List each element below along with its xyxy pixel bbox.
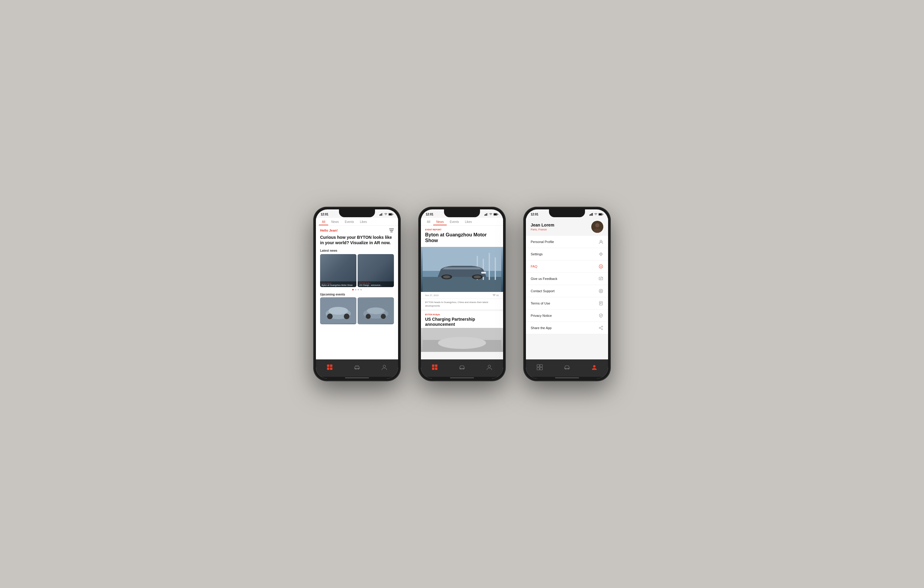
svg-point-17 (367, 307, 385, 314)
feedback-icon (599, 276, 603, 281)
nav-grid-3[interactable] (526, 362, 553, 373)
contact-support-label: Contact Support (531, 289, 555, 293)
user-location: Paris, France (531, 228, 554, 231)
svg-rect-56 (589, 215, 590, 216)
tab-all-2[interactable]: All (424, 218, 433, 225)
article1-car-svg (421, 247, 503, 292)
content-2: Event Report Byton at Guangzhou Motor Sh… (421, 226, 503, 359)
svg-point-93 (593, 365, 596, 368)
tab-all-1[interactable]: All (319, 218, 328, 225)
signal-icon-3 (589, 213, 593, 216)
news-card-1[interactable]: Event report Byton at Guangzhou Motor Sh… (320, 254, 356, 287)
nav-tabs-2: All News Events Likes (421, 218, 503, 226)
event-card-2[interactable] (358, 297, 394, 324)
svg-rect-61 (599, 214, 602, 215)
event-car-2 (358, 297, 394, 324)
article1-date: Nov 27, 2019 (425, 294, 439, 297)
tab-news-1[interactable]: News (328, 218, 342, 225)
menu-item-terms[interactable]: Terms of Use (526, 297, 608, 310)
svg-rect-8 (390, 230, 393, 231)
nav-tabs-1: All News Events Likes (316, 218, 398, 226)
article1-title: Byton at Guangzhou Motor Show (421, 231, 503, 246)
svg-rect-59 (592, 213, 593, 216)
svg-point-64 (595, 223, 599, 227)
tab-likes-2[interactable]: Likes (462, 218, 475, 225)
nav-car-1[interactable] (343, 362, 371, 373)
svg-rect-40 (495, 258, 496, 280)
content-3: Jean Lorem Paris, France Persona (526, 218, 608, 359)
menu-item-share[interactable]: Share the App (526, 322, 608, 334)
article2-title: US Charging Partnership announcement (421, 316, 503, 328)
grid-icon-1 (327, 364, 333, 370)
svg-rect-29 (486, 213, 487, 216)
time-2: 12:01 (426, 213, 434, 216)
tab-news-2[interactable]: News (433, 218, 447, 225)
svg-rect-88 (540, 365, 543, 367)
menu-item-settings[interactable]: Settings (526, 248, 608, 260)
news-cards: Event report Byton at Guangzhou Motor Sh… (316, 254, 398, 287)
events-cards (316, 297, 398, 324)
user-header: Jean Lorem Paris, France (526, 218, 608, 236)
status-icons-2 (485, 213, 498, 216)
bottom-nav-2 (421, 359, 503, 377)
feedback-label: Give us Feedback (531, 277, 558, 281)
battery-icon-3 (599, 213, 603, 216)
tab-likes-1[interactable]: Likes (357, 218, 370, 225)
svg-rect-20 (327, 365, 329, 367)
status-icons-1 (380, 213, 393, 216)
home-bar-3 (555, 377, 579, 378)
phone1: 12:01 (314, 207, 401, 381)
svg-rect-39 (489, 253, 490, 280)
event-car-1 (320, 297, 356, 324)
notch3 (549, 210, 585, 217)
share-label: Share the App (531, 326, 552, 330)
news-card-2[interactable]: BYTON M-By... US Chargi... announce... (358, 254, 394, 287)
menu-item-personal-profile[interactable]: Personal Profile (526, 236, 608, 248)
nav-car-2[interactable] (448, 362, 475, 373)
notch1 (339, 210, 375, 217)
svg-rect-21 (330, 365, 332, 367)
menu-item-privacy[interactable]: Privacy Notice (526, 310, 608, 322)
svg-point-48 (438, 337, 486, 349)
nav-profile-1[interactable] (371, 362, 398, 373)
svg-rect-5 (389, 214, 392, 215)
phone3: 12:01 (523, 207, 610, 381)
menu-item-feedback[interactable]: Give us Feedback (526, 273, 608, 285)
nav-profile-3[interactable] (581, 362, 608, 373)
tab-events-1[interactable]: Events (342, 218, 357, 225)
content-1: Hello Jean! Curious how your BYTON looks… (316, 226, 398, 359)
svg-point-26 (383, 365, 386, 368)
svg-rect-62 (603, 214, 603, 215)
nav-grid-2[interactable] (421, 362, 448, 373)
nav-profile-2[interactable] (476, 362, 503, 373)
nav-car-3[interactable] (553, 362, 581, 373)
terms-icon (599, 301, 603, 306)
personal-profile-label: Personal Profile (531, 240, 554, 244)
article1-likes: 81 (493, 294, 499, 297)
svg-rect-87 (537, 365, 540, 367)
svg-rect-89 (537, 368, 540, 370)
svg-rect-2 (381, 213, 382, 216)
svg-rect-45 (481, 272, 486, 274)
svg-rect-58 (591, 213, 592, 216)
filter-icon[interactable] (389, 229, 394, 232)
card1-label: Event report Byton at Guangzhou Motor Sh… (320, 281, 356, 287)
svg-point-43 (443, 276, 450, 278)
privacy-icon (599, 313, 603, 318)
svg-rect-30 (487, 213, 488, 216)
svg-rect-32 (494, 214, 497, 215)
user-name: Jean Lorem (531, 223, 554, 227)
nav-grid-1[interactable] (316, 362, 343, 373)
carousel-dots (316, 287, 398, 292)
signal-icon (380, 213, 383, 216)
user-info: Jean Lorem Paris, France (531, 223, 554, 231)
home-indicator-2 (421, 377, 503, 378)
svg-point-19 (381, 314, 386, 319)
menu-item-contact-support[interactable]: Contact Support (526, 285, 608, 297)
svg-rect-52 (435, 368, 437, 370)
svg-rect-9 (390, 231, 393, 232)
tab-events-2[interactable]: Events (447, 218, 462, 225)
menu-item-faq[interactable]: FAQ ? (526, 260, 608, 273)
filter-svg (389, 229, 394, 232)
event-card-1[interactable] (320, 297, 356, 324)
